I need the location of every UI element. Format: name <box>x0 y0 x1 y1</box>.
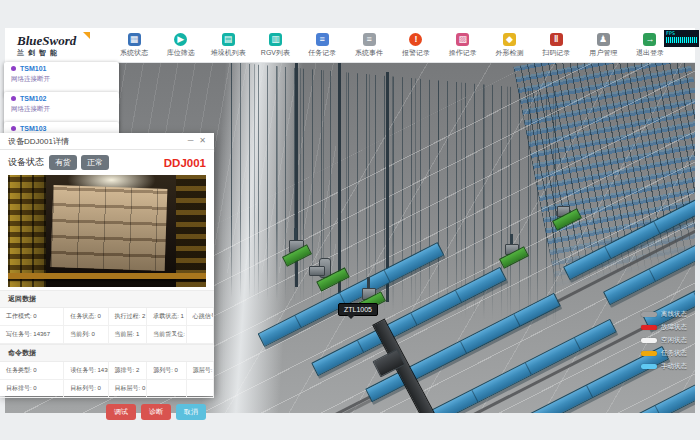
toolbar-item-1[interactable]: ▦系统状态 <box>117 33 151 58</box>
notification-device: TSM102 <box>20 95 46 102</box>
robot-arm[interactable] <box>317 274 349 285</box>
notification-device: TSM101 <box>20 65 46 72</box>
status-legend: 离线状态故障状态空闲状态任务状态手动状态 <box>641 306 687 371</box>
field-cell: 读任务号: 14367 <box>64 362 108 379</box>
photo-rack-beam <box>8 273 206 279</box>
field-cell: 承载状态: 1 <box>147 308 187 325</box>
toolbar-item-3[interactable]: ▤堆垛机列表 <box>211 33 246 58</box>
field-cell <box>187 380 214 397</box>
device-tooltip: ZTL1005 <box>338 303 378 316</box>
logo-corner-accent <box>83 32 90 39</box>
legend-label: 离线状态 <box>661 310 687 319</box>
logo-sub-text: 兰剑智能 <box>17 49 103 56</box>
toolbar-item-8[interactable]: ▨操作记录 <box>446 33 480 58</box>
field-cell: 任务类型: 0 <box>0 362 64 379</box>
legend-row: 任务状态 <box>641 349 687 358</box>
field-cell: 心跳信号: 0 <box>187 308 214 325</box>
toolbar-items: ▦系统状态▶库位筛选▤堆垛机列表▥RGV列表≡任务记录≡系统事件!报警记录▨操作… <box>103 33 695 58</box>
field-cell <box>147 380 187 397</box>
notification-device: TSM103 <box>20 125 46 132</box>
photo-rack-left <box>8 175 46 287</box>
toolbar-item-label: 外形检测 <box>496 48 524 58</box>
toolbar-item-label: 任务记录 <box>308 48 336 58</box>
fps-graph <box>666 37 697 43</box>
field-cell: 工作模式: 0 <box>0 308 64 325</box>
task-record-icon: ≡ <box>316 33 329 46</box>
legend-row: 离线状态 <box>641 310 687 319</box>
toolbar-item-10[interactable]: ‖扫码记录 <box>539 33 573 58</box>
field-cell: 当前层: 1 <box>109 326 148 343</box>
panel-button-2[interactable]: 诊断 <box>141 404 171 420</box>
field-row: 任务类型: 0读任务号: 14367源排号: 2源列号: 0源层号: 1 <box>0 362 214 380</box>
notification-message: 网络连接断开 <box>11 75 112 84</box>
device-status-row: 设备状态 有货 正常 DDJ001 <box>0 150 214 174</box>
return-data-section-header: 返回数据 <box>0 290 214 308</box>
legend-row: 手动状态 <box>641 362 687 371</box>
fps-stats-monitor[interactable]: FPS <box>664 30 699 47</box>
device-id: DDJ001 <box>164 157 206 169</box>
toolbar-item-9[interactable]: ◆外形检测 <box>493 33 527 58</box>
system-event-icon: ≡ <box>363 33 376 46</box>
legend-label: 任务状态 <box>661 349 687 358</box>
scan-record-icon: ‖ <box>550 33 563 46</box>
toolbar-item-label: 堆垛机列表 <box>211 48 246 58</box>
minimize-icon[interactable]: ─ <box>188 137 194 145</box>
operation-record-icon: ▨ <box>456 33 469 46</box>
toolbar-item-label: 操作记录 <box>449 48 477 58</box>
toolbar-item-label: 报警记录 <box>402 48 430 58</box>
field-row: 写任务号: 14367当前列: 0当前层: 1当前货叉位: 0 <box>0 326 214 344</box>
command-data-section-header: 命令数据 <box>0 344 214 362</box>
device-detail-panel: 设备DDJ001详情 ─ ✕ 设备状态 有货 正常 DDJ001 返回数据 工作… <box>0 133 214 396</box>
toolbar-item-label: RGV列表 <box>261 48 290 58</box>
legend-color-pill <box>641 338 657 343</box>
profile-check-icon: ◆ <box>503 33 516 46</box>
legend-row: 故障状态 <box>641 323 687 332</box>
legend-color-pill <box>641 364 657 369</box>
close-icon[interactable]: ✕ <box>199 137 206 145</box>
legend-label: 故障状态 <box>661 323 687 332</box>
rgv-list-icon: ▥ <box>269 33 282 46</box>
photo-rack-right <box>176 175 206 287</box>
field-cell: 目标排号: 0 <box>0 380 64 397</box>
stacker-list-icon: ▤ <box>222 33 235 46</box>
panel-button-row: 调试诊断取消 <box>0 398 214 420</box>
legend-label: 手动状态 <box>661 362 687 371</box>
logout-icon: → <box>643 33 656 46</box>
field-cell: 当前列: 0 <box>64 326 108 343</box>
field-cell: 源列号: 0 <box>147 362 187 379</box>
toolbar-item-6[interactable]: ≡系统事件 <box>352 33 386 58</box>
camera-snapshot <box>8 175 206 287</box>
stacker-crane[interactable] <box>500 252 528 263</box>
toolbar-item-2[interactable]: ▶库位筛选 <box>164 33 198 58</box>
field-cell: 源排号: 2 <box>109 362 148 379</box>
toolbar-item-label: 扫码记录 <box>542 48 570 58</box>
alarm-record-icon: ! <box>409 33 422 46</box>
notification-card-TSM101[interactable]: TSM101网络连接断开 <box>4 62 119 95</box>
stacker-crane[interactable] <box>553 214 581 225</box>
field-cell: 当前货叉位: 0 <box>147 326 187 343</box>
panel-button-1[interactable]: 调试 <box>106 404 136 420</box>
notification-message: 网络连接断开 <box>11 105 112 114</box>
status-dot-icon <box>11 66 16 71</box>
stacker-crane[interactable] <box>283 250 311 261</box>
toolbar-item-label: 系统状态 <box>120 48 148 58</box>
field-cell: 源层号: 1 <box>187 362 214 379</box>
status-dot-icon <box>11 126 16 131</box>
bin-filter-icon: ▶ <box>174 33 187 46</box>
fps-label: FPS <box>666 31 697 36</box>
toolbar-item-12[interactable]: →退出登录 <box>633 33 667 58</box>
notification-card-TSM102[interactable]: TSM102网络连接断开 <box>4 92 119 125</box>
field-cell: 写任务号: 14367 <box>0 326 64 343</box>
panel-button-3[interactable]: 取消 <box>176 404 206 420</box>
field-cell: 任务状态: 0 <box>64 308 108 325</box>
toolbar-item-11[interactable]: ♟用户管理 <box>586 33 620 58</box>
user-manage-icon: ♟ <box>597 33 610 46</box>
toolbar-item-4[interactable]: ▥RGV列表 <box>258 33 292 58</box>
panel-title-bar: 设备DDJ001详情 ─ ✕ <box>0 133 214 150</box>
photo-pallet-boxes <box>51 185 168 271</box>
toolbar-item-label: 库位筛选 <box>167 48 195 58</box>
toolbar-item-5[interactable]: ≡任务记录 <box>305 33 339 58</box>
system-status-icon: ▦ <box>128 33 141 46</box>
return-data-table: 工作模式: 0任务状态: 0执行过程: 2承载状态: 1心跳信号: 0写任务号:… <box>0 308 214 344</box>
toolbar-item-7[interactable]: !报警记录 <box>399 33 433 58</box>
